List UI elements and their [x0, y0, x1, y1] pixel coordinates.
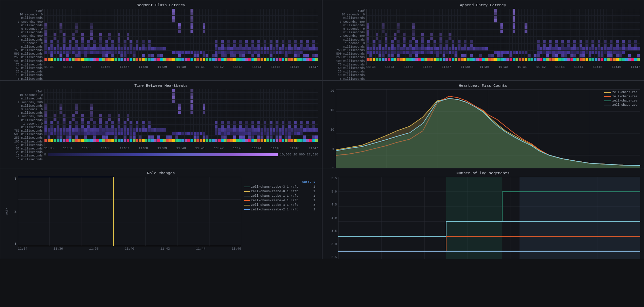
- heatmap-cell: [224, 118, 227, 121]
- heatmap-cell: [403, 26, 406, 29]
- heatmap-cell: [99, 107, 102, 110]
- heatmap-cell: [102, 118, 105, 121]
- heatmap-cell: [519, 23, 522, 26]
- heatmap-cell: [203, 132, 206, 135]
- heatmap-cell: [48, 33, 51, 36]
- heatmap-cell: [482, 44, 485, 47]
- heatmap-row: [367, 26, 640, 30]
- heatmap-cell: [175, 26, 179, 29]
- heatmap-cell: [166, 33, 169, 36]
- heatmap-row: [44, 33, 318, 37]
- heatmap-cell: [44, 125, 48, 128]
- heatmap-cell: [561, 12, 565, 15]
- heatmap-cell: [187, 93, 191, 96]
- heatmap-cell: [303, 132, 306, 135]
- heatmap-cell: [160, 121, 163, 124]
- heatmap-cell: [251, 121, 255, 124]
- heatmap-cell: [175, 33, 179, 36]
- heatmap-cell: [108, 114, 111, 117]
- heatmap-cell: [576, 30, 580, 33]
- heatmap-cell: [75, 19, 78, 22]
- heatmap-cell: [434, 23, 437, 26]
- heatmap-cell: [127, 104, 130, 107]
- heatmap-cell: [369, 40, 373, 43]
- heatmap-cell: [443, 54, 446, 57]
- heatmap-cell: [44, 132, 48, 135]
- heatmap-cell: [157, 100, 160, 103]
- heatmap-cell: [567, 26, 570, 29]
- heatmap-cell: [294, 19, 297, 22]
- heatmap-cell: [78, 96, 81, 99]
- heatmap-cell: [291, 58, 294, 61]
- heatmap-cell: [163, 128, 166, 131]
- heatmap-cell: [367, 54, 370, 57]
- heatmap-cell: [242, 107, 245, 110]
- heatmap-cell: [397, 51, 400, 54]
- heatmap-cell: [194, 19, 197, 22]
- heatmap-cell: [78, 104, 81, 107]
- heatmap-cell: [415, 51, 418, 54]
- heatmap-cell: [604, 40, 607, 43]
- heatmap-cell: [294, 107, 297, 110]
- heatmap-cell: [534, 23, 537, 26]
- heatmap-cell: [582, 33, 586, 36]
- heatmap-cell: [291, 100, 294, 103]
- heatmap-cell: [157, 118, 160, 121]
- heatmap-cell: [294, 16, 297, 19]
- heatmap-cell: [145, 132, 148, 135]
- heatmap-cell: [69, 96, 72, 99]
- heatmap-row: [44, 93, 318, 96]
- heatmap-cell: [48, 104, 51, 107]
- heatmap-cell: [224, 107, 227, 110]
- heatmap-cell: [194, 23, 197, 26]
- heatmap-cell: [99, 44, 102, 47]
- heatmap-cell: [196, 118, 200, 121]
- heatmap-cell: [84, 135, 87, 139]
- heatmap-cell: [96, 58, 99, 61]
- heatmap-cell: [142, 9, 145, 12]
- heatmap-cell: [270, 51, 273, 54]
- heatmap-cell: [312, 93, 316, 96]
- heatmap-cell: [163, 23, 166, 26]
- heatmap-cell: [145, 107, 148, 110]
- heatmap-cell: [118, 93, 121, 96]
- heatmap-cell: [115, 33, 118, 36]
- heatmap-cell: [312, 40, 316, 43]
- heatmap-cell: [84, 93, 87, 96]
- heatmap-cell: [166, 89, 169, 92]
- heatmap-cell: [586, 26, 589, 29]
- heatmap-cell: [282, 47, 285, 50]
- heatmap-cell: [443, 47, 446, 50]
- heatmap-cell: [72, 104, 75, 107]
- heatmap-cell: [637, 12, 640, 15]
- heatmap-cell: [291, 30, 294, 33]
- heatmap-cell: [412, 30, 415, 33]
- heatmap-cell: [203, 58, 206, 61]
- heatmap-cell: [236, 16, 239, 19]
- heatmap-cell: [248, 135, 251, 139]
- heatmap-cell: [233, 23, 236, 26]
- heatmap-cell: [264, 26, 267, 29]
- heatmap-cell: [75, 9, 78, 12]
- heatmap-cell: [50, 30, 54, 33]
- heatmap-cell: [69, 100, 72, 103]
- heatmap-cell: [194, 47, 197, 50]
- heatmap-cell: [185, 93, 188, 96]
- heatmap-cell: [315, 40, 318, 43]
- heatmap-cell: [142, 96, 145, 99]
- heatmap-cell: [303, 33, 306, 36]
- heatmap-cell: [175, 114, 179, 117]
- heatmap-cell: [178, 51, 181, 54]
- heatmap-cell: [570, 37, 574, 40]
- heatmap-cell: [196, 16, 200, 19]
- heatmap-cell: [212, 33, 215, 36]
- heatmap-cell: [589, 9, 592, 12]
- heatmap-cell: [570, 33, 574, 36]
- heatmap-cell: [185, 111, 188, 114]
- heatmap-cell: [391, 33, 394, 36]
- heatmap-cell: [510, 30, 513, 33]
- heatmap-cell: [139, 37, 142, 40]
- heatmap-cell: [148, 93, 151, 96]
- heatmap-cell: [276, 19, 279, 22]
- heatmap-cell: [72, 51, 75, 54]
